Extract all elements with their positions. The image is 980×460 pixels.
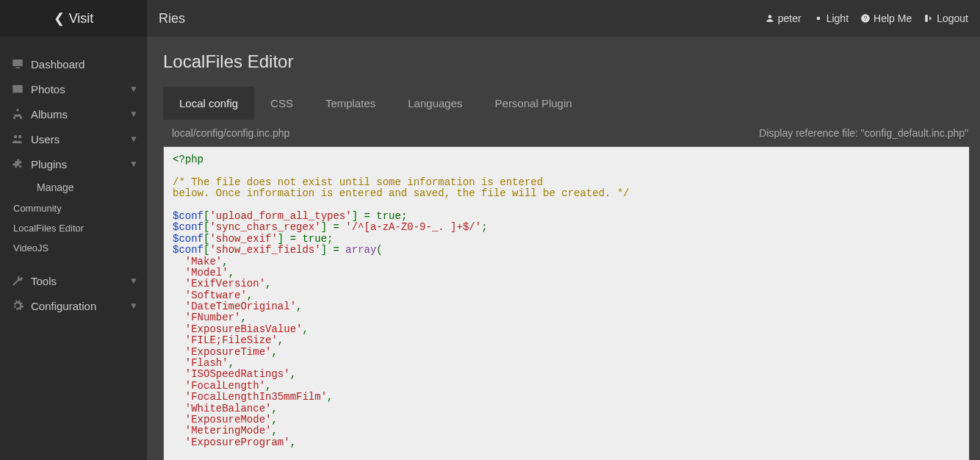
user-name: peter [778,12,801,24]
filebar: local/config/config.inc.php Display refe… [163,120,970,146]
page-title: LocalFiles Editor [163,51,970,72]
theme-label: Light [826,12,849,24]
sidebar-item-label: Plugins [31,158,67,170]
svg-text:?: ? [864,15,868,22]
sidebar-sub-label: Community [13,203,62,214]
logout-icon [923,13,934,24]
help-link[interactable]: ? Help Me [860,12,912,24]
sidebar-item-tools[interactable]: Tools ▼ [0,268,147,293]
tabs: Local config CSS Templates Languages Per… [163,87,970,120]
chevron-left-icon: ❮ [54,10,65,26]
chevron-down-icon: ▼ [129,276,138,286]
sidebar-sub-videojs[interactable]: VideoJS [0,238,147,258]
theme-link[interactable]: Light [813,12,849,24]
sidebar-item-photos[interactable]: Photos ▼ [0,76,147,101]
tab-templates[interactable]: Templates [309,87,392,120]
sliders-icon [15,181,32,194]
user-icon [765,13,775,24]
chevron-down-icon: ▼ [129,84,138,94]
sidebar: ❮ Visit Dashboard Photos ▼ [0,0,147,460]
tab-local-config[interactable]: Local config [163,87,254,120]
logout-label: Logout [937,12,968,24]
main: Ries peter Light ? Help Me Logout LocalF… [147,0,980,460]
chevron-down-icon: ▼ [129,109,138,119]
sidebar-item-users[interactable]: Users ▼ [0,126,147,151]
puzzle-icon [9,157,26,170]
reference-file-link[interactable]: Display reference file: "config_default.… [759,127,968,139]
sun-icon [813,13,824,24]
content: LocalFiles Editor Local config CSS Templ… [147,37,980,460]
logout-link[interactable]: Logout [923,12,968,24]
file-path: local/config/config.inc.php [172,127,289,139]
visit-button[interactable]: ❮ Visit [0,0,147,37]
svg-point-0 [816,17,820,21]
sidebar-sub-community[interactable]: Community [0,198,147,218]
sidebar-item-plugins[interactable]: Plugins ▼ [0,151,147,176]
gear-icon [9,299,26,312]
chevron-down-icon: ▼ [129,159,138,169]
tab-languages[interactable]: Languages [392,87,478,120]
sidebar-sub-localfiles[interactable]: LocalFiles Editor [0,218,147,238]
sidebar-item-label: Dashboard [31,58,84,71]
chevron-down-icon: ▼ [129,134,138,144]
user-link[interactable]: peter [765,12,801,24]
sidebar-item-label: Photos [31,83,65,96]
sitemap-icon [9,107,26,121]
topbar: Ries peter Light ? Help Me Logout [147,0,980,37]
sidebar-sub-label: VideoJS [13,242,48,254]
tab-label: Languages [408,97,462,109]
sidebar-sub-label: LocalFiles Editor [13,223,84,234]
tab-personal[interactable]: Personal Plugin [479,87,588,120]
sidebar-item-label: Users [31,133,60,145]
sidebar-item-albums[interactable]: Albums ▼ [0,101,147,126]
sidebar-sub-manage[interactable]: Manage [0,176,147,198]
tab-label: CSS [270,97,293,109]
wrench-icon [9,274,26,287]
help-icon: ? [860,13,871,24]
nav: Dashboard Photos ▼ Albums ▼ [0,37,147,318]
tab-label: Local config [179,97,238,109]
sidebar-item-label: Albums [31,108,68,121]
monitor-icon [9,57,26,71]
image-icon [9,82,26,96]
help-label: Help Me [873,12,912,24]
sidebar-item-label: Tools [31,275,57,287]
visit-label: Visit [69,11,94,26]
chevron-down-icon: ▼ [129,301,138,311]
sidebar-sub-label: Manage [37,182,74,193]
app-title: Ries [159,11,185,26]
users-icon [9,132,26,145]
code-editor[interactable]: <?php /* The file does not exist until s… [163,146,970,460]
sidebar-item-dashboard[interactable]: Dashboard [0,51,147,76]
tab-css[interactable]: CSS [254,87,309,120]
tab-label: Templates [325,97,375,109]
sidebar-item-configuration[interactable]: Configuration ▼ [0,293,147,318]
tab-label: Personal Plugin [495,97,572,109]
sidebar-item-label: Configuration [31,300,96,312]
